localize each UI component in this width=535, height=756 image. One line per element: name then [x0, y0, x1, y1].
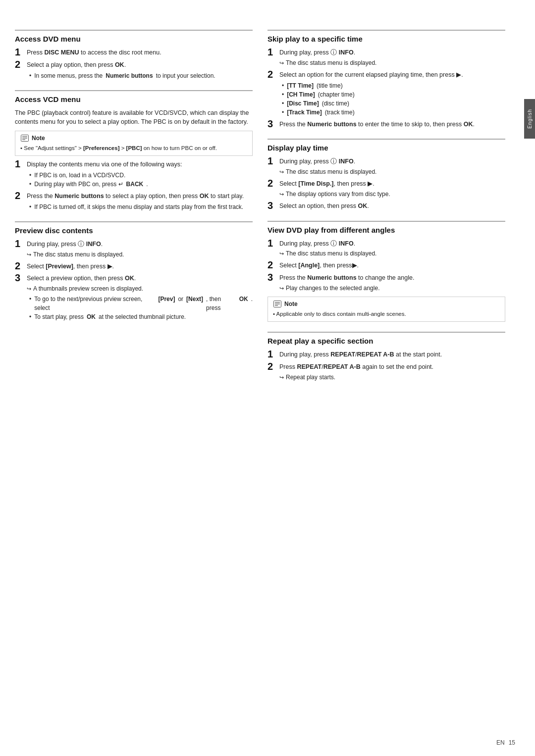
section-title-vcd-menu: Access VCD menu — [15, 90, 253, 103]
list-item: To go to the next/previous prview screen… — [29, 295, 253, 312]
arrow-icon: ↪ — [279, 190, 284, 199]
step-item: 2 Select [Angle], then press▶. — [268, 261, 505, 270]
step-content: Select a play option, then press OK. In … — [27, 60, 253, 80]
step-number: 1 — [268, 47, 275, 57]
list-item: [Disc Time] (disc time) — [282, 99, 505, 108]
step-content: Select [Angle], then press▶. — [279, 261, 505, 270]
step-content: Select [Preview], then press ▶. — [27, 262, 253, 271]
skip-play-steps: 1 During play, press ⓘ INFO. ↪ The disc … — [268, 48, 505, 129]
arrow-icon: ↪ — [279, 284, 284, 293]
step-item: 1 During play, press ⓘ INFO. ↪ The disc … — [268, 239, 505, 258]
section-preview-disc: Preview disc contents 1 During play, pre… — [15, 221, 253, 321]
sub-list: If PBC is turned off, it skips the menu … — [27, 202, 253, 211]
repeat-steps: 1 During play, press REPEAT/REPEAT A-B a… — [268, 350, 505, 382]
page-number: 15 — [509, 739, 515, 746]
arrow-item: ↪ The disc status menu is displayed. — [279, 58, 505, 67]
step-item: 1 During play, press ⓘ INFO. ↪ The disc … — [268, 48, 505, 67]
list-item: During play with PBC on, press ↵ BACK. — [29, 180, 253, 189]
section-repeat-play: Repeat play a specific section 1 During … — [268, 332, 505, 382]
page-footer: EN 15 — [496, 739, 515, 746]
step-number: 2 — [15, 59, 23, 69]
step-item: 2 Select an option for the current elaps… — [268, 70, 505, 117]
step-number: 1 — [15, 47, 23, 57]
note-title: Note — [32, 135, 45, 142]
section-title-repeat: Repeat play a specific section — [268, 332, 505, 345]
step-number: 3 — [268, 201, 275, 210]
language-code: EN — [496, 739, 505, 746]
step-item: 2 Select [Time Disp.], then press ▶. ↪ T… — [268, 179, 505, 199]
arrow-icon: ↪ — [279, 59, 284, 67]
vcd-menu-steps: 1 Display the contents menu via one of t… — [15, 160, 253, 211]
arrow-text: Repeat play starts. — [286, 373, 335, 382]
arrow-text: A thumbnails preview screen is displayed… — [33, 284, 143, 293]
step-number: 2 — [15, 261, 23, 271]
arrow-icon: ↪ — [279, 168, 284, 176]
sub-list: To go to the next/previous prview screen… — [27, 295, 253, 321]
language-tab: English — [524, 99, 535, 139]
step-number: 1 — [268, 349, 275, 359]
section-display-play-time: Display play time 1 During play, press ⓘ… — [268, 139, 505, 210]
arrow-icon: ↪ — [27, 285, 31, 293]
step-number: 3 — [268, 272, 275, 282]
note-box-vcd: Note • See "Adjust settings" > [Preferen… — [15, 131, 253, 156]
arrow-icon: ↪ — [279, 250, 284, 258]
note-title: Note — [284, 301, 298, 307]
angles-steps: 1 During play, press ⓘ INFO. ↪ The disc … — [268, 239, 505, 293]
note-header: Note — [20, 134, 247, 142]
note-icon — [20, 134, 29, 142]
step-item: 1 Display the contents menu via one of t… — [15, 160, 253, 189]
arrow-item: ↪ Play changes to the selected angle. — [279, 284, 505, 293]
step-item: 1 During play, press ⓘ INFO. ↪ The disc … — [268, 157, 505, 176]
step-number: 2 — [15, 191, 23, 201]
step-item: 2 Press REPEAT/REPEAT A-B again to set t… — [268, 362, 505, 382]
step-number: 2 — [268, 260, 275, 270]
arrow-text: The disc status menu is displayed. — [286, 58, 376, 67]
left-column: Access DVD menu 1 Press DISC MENU to acc… — [15, 30, 253, 392]
arrow-item: ↪ The display options vary from disc typ… — [279, 190, 505, 199]
list-item: In some menus, press the Numeric buttons… — [29, 71, 253, 80]
step-item: 3 Press the Numeric buttons to enter the… — [268, 120, 505, 129]
note-content: • Applicable only to discs contain multi… — [273, 310, 500, 318]
note-icon — [273, 300, 282, 308]
sub-list: [TT Time] (title time) [CH Time] (chapte… — [279, 81, 505, 117]
note-header: Note — [273, 300, 500, 308]
list-item: [CH Time] (chapter time) — [282, 90, 505, 99]
arrow-text: The disc status menu is displayed. — [33, 250, 124, 259]
step-content: Press the Numeric buttons to enter the t… — [279, 120, 505, 129]
step-number: 2 — [268, 69, 275, 79]
arrow-text: The display options vary from disc type. — [286, 190, 390, 199]
step-number: 1 — [15, 239, 23, 249]
sub-list: In some menus, press the Numeric buttons… — [27, 71, 253, 80]
step-content: Press the Numeric buttons to select a pl… — [27, 192, 253, 211]
step-content: Select [Time Disp.], then press ▶. ↪ The… — [279, 179, 505, 199]
step-item: 3 Select a preview option, then press OK… — [15, 274, 253, 321]
arrow-item: ↪ A thumbnails preview screen is display… — [27, 284, 253, 293]
language-label: English — [527, 109, 533, 129]
dvd-menu-steps: 1 Press DISC MENU to access the disc roo… — [15, 48, 253, 80]
step-item: 2 Select a play option, then press OK. I… — [15, 60, 253, 80]
arrow-text: The disc status menu is displayed. — [286, 249, 376, 258]
page-content: Access DVD menu 1 Press DISC MENU to acc… — [0, 0, 535, 411]
step-content: During play, press ⓘ INFO. ↪ The disc st… — [279, 239, 505, 258]
section-dvd-angles: View DVD play from different angles 1 Du… — [268, 221, 505, 322]
step-number: 3 — [15, 273, 23, 283]
step-content: Press DISC MENU to access the disc root … — [27, 48, 253, 57]
step-content: Select a preview option, then press OK. … — [27, 274, 253, 321]
arrow-item: ↪ Repeat play starts. — [279, 373, 505, 382]
step-content: Display the contents menu via one of the… — [27, 160, 253, 189]
section-access-dvd-menu: Access DVD menu 1 Press DISC MENU to acc… — [15, 30, 253, 80]
arrow-text: Play changes to the selected angle. — [286, 284, 379, 293]
section-access-vcd-menu: Access VCD menu The PBC (playback contro… — [15, 90, 253, 211]
step-content: Press the Numeric buttons to change the … — [279, 273, 505, 293]
step-number: 1 — [15, 159, 23, 169]
list-item: [TT Time] (title time) — [282, 81, 505, 90]
section-title-display-time: Display play time — [268, 139, 505, 152]
step-number: 2 — [268, 178, 275, 188]
step-content: During play, press ⓘ INFO. ↪ The disc st… — [279, 48, 505, 67]
step-content: Select an option for the current elapsed… — [279, 70, 505, 117]
preview-steps: 1 During play, press ⓘ INFO. ↪ The disc … — [15, 240, 253, 321]
step-content: Press REPEAT/REPEAT A-B again to set the… — [279, 362, 505, 382]
arrow-text: The disc status menu is displayed. — [286, 167, 376, 176]
step-number: 1 — [268, 238, 275, 248]
step-item: 1 During play, press REPEAT/REPEAT A-B a… — [268, 350, 505, 359]
